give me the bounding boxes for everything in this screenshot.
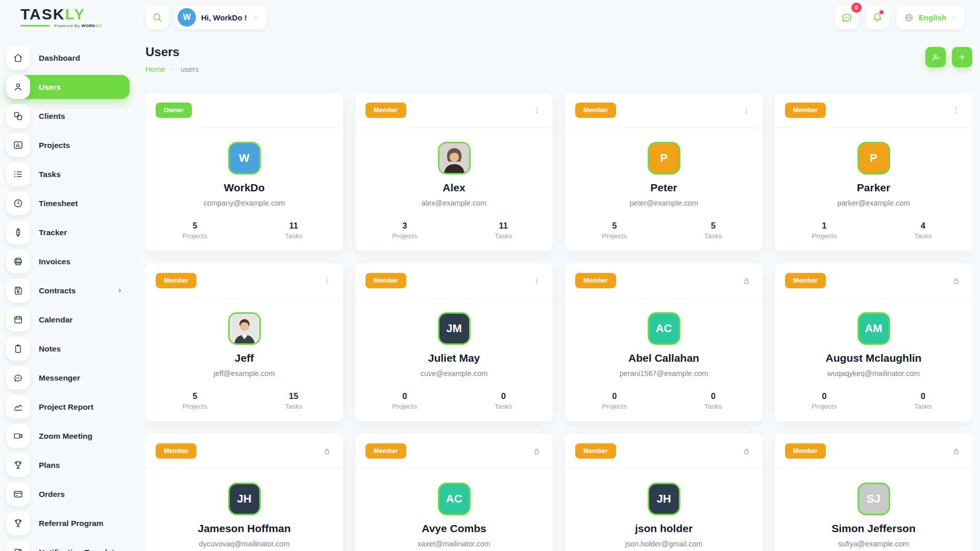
user-email: wuqaqykeq@mailinator.com bbox=[775, 369, 972, 378]
user-card-juliet-may: Member JM Juliet May cuve@example.com 0 … bbox=[355, 263, 553, 421]
app-logo[interactable]: TASKLY Powered By WORKDO bbox=[20, 7, 145, 28]
sidebar-item-calendar[interactable]: Calendar bbox=[6, 308, 130, 332]
role-badge[interactable]: Owner bbox=[156, 103, 192, 118]
projects-count: 0 bbox=[355, 391, 454, 401]
manage-roles-button[interactable] bbox=[925, 47, 946, 67]
lock-icon bbox=[321, 445, 333, 457]
tasks-label: Tasks bbox=[244, 232, 344, 240]
projects-count: 5 bbox=[565, 221, 664, 231]
sidebar-item-orders[interactable]: Orders bbox=[6, 482, 130, 506]
card-menu-button[interactable] bbox=[530, 274, 543, 287]
messages-icon bbox=[841, 11, 853, 23]
add-user-button[interactable] bbox=[952, 47, 972, 67]
role-badge[interactable]: Member bbox=[365, 443, 406, 459]
tasks-count: 11 bbox=[454, 221, 553, 231]
user-name: json holder bbox=[565, 522, 763, 535]
avatar: AC bbox=[438, 483, 471, 515]
sidebar-item-invoices[interactable]: Invoices bbox=[6, 249, 130, 273]
language-label: English bbox=[919, 13, 946, 22]
projects-label: Projects bbox=[145, 403, 244, 410]
tasks-count: 11 bbox=[244, 221, 344, 231]
notification-dot bbox=[879, 10, 884, 14]
tasks-count: 4 bbox=[874, 221, 973, 231]
card-menu-button[interactable] bbox=[530, 104, 543, 116]
sidebar-item-tracker[interactable]: Tracker bbox=[6, 220, 130, 244]
projects-count: 1 bbox=[775, 221, 874, 231]
projects-count: 5 bbox=[145, 221, 244, 231]
sidebar-item-clients[interactable]: Clients bbox=[6, 104, 130, 128]
card-menu-button[interactable] bbox=[740, 104, 752, 116]
avatar: P bbox=[857, 142, 890, 174]
search-icon bbox=[152, 12, 163, 23]
sidebar-item-users[interactable]: Users bbox=[6, 75, 130, 99]
sidebar-item-projects[interactable]: Projects bbox=[6, 133, 130, 157]
role-badge[interactable]: Member bbox=[785, 443, 826, 459]
sidebar-item-messenger[interactable]: Messenger bbox=[6, 366, 130, 390]
role-badge[interactable]: Member bbox=[156, 443, 197, 459]
card-icon bbox=[6, 482, 30, 506]
avatar: SJ bbox=[857, 483, 890, 515]
sidebar-item-plans[interactable]: Plans bbox=[6, 453, 130, 477]
role-badge[interactable]: Member bbox=[785, 103, 826, 118]
user-email: peter@example.com bbox=[565, 199, 763, 207]
role-badge[interactable]: Member bbox=[785, 273, 826, 288]
avatar: W bbox=[228, 142, 261, 174]
user-card-json-holder: Member JH json holder json.holder@gmail.… bbox=[565, 434, 763, 551]
breadcrumb-chevron-icon bbox=[170, 66, 176, 72]
projects-label: Projects bbox=[355, 232, 454, 240]
topbar: TASKLY Powered By WORKDO W Hi, WorkDo ! … bbox=[0, 0, 980, 31]
clients-icon bbox=[6, 104, 30, 128]
role-badge[interactable]: Member bbox=[575, 443, 616, 459]
chevron-down-icon bbox=[252, 14, 259, 21]
sidebar-item-timesheet[interactable]: Timesheet bbox=[6, 191, 130, 215]
user-check-icon bbox=[930, 52, 941, 63]
sidebar-item-zoom-meeting[interactable]: Zoom Meeting bbox=[6, 424, 130, 448]
page-title: Users bbox=[145, 45, 199, 59]
users-grid: Owner W WorkDo company@example.com 5 Pro… bbox=[145, 93, 972, 551]
role-badge[interactable]: Member bbox=[365, 273, 406, 288]
projects-count: 0 bbox=[565, 391, 664, 401]
clipboard-icon bbox=[6, 337, 30, 361]
avatar: JM bbox=[438, 312, 471, 345]
notifications-button[interactable] bbox=[866, 6, 889, 29]
sidebar-item-project-report[interactable]: Project Report bbox=[6, 395, 130, 419]
lock-icon bbox=[740, 445, 752, 457]
user-email: json.holder@gmail.com bbox=[565, 540, 763, 548]
breadcrumb-current: users bbox=[181, 65, 199, 73]
tasks-label: Tasks bbox=[454, 232, 553, 240]
profile-avatar: W bbox=[178, 8, 196, 27]
page-head-left: Users Home users bbox=[145, 45, 199, 73]
user-icon bbox=[6, 75, 30, 99]
role-badge[interactable]: Member bbox=[575, 103, 616, 118]
sidebar-item-referral-program[interactable]: Referral Program bbox=[6, 511, 130, 535]
role-badge[interactable]: Member bbox=[156, 273, 197, 288]
sidebar-item-dashboard[interactable]: Dashboard bbox=[6, 46, 130, 70]
sidebar-item-tasks[interactable]: Tasks bbox=[6, 162, 130, 186]
card-menu-button[interactable] bbox=[321, 274, 333, 287]
language-selector[interactable]: English bbox=[896, 6, 965, 29]
search-button[interactable] bbox=[145, 6, 169, 29]
avatar-photo bbox=[228, 312, 261, 345]
user-card-avye-combs: Member AC Avye Combs xaxet@mailinator.co… bbox=[355, 434, 553, 551]
user-name: Abel Callahan bbox=[565, 352, 763, 364]
sidebar-item-notes[interactable]: Notes bbox=[6, 337, 130, 361]
logo-underline bbox=[20, 25, 50, 27]
topbar-right-group: 0 English bbox=[835, 6, 965, 29]
projects-label: Projects bbox=[775, 403, 874, 410]
main-content: Users Home users Owner bbox=[145, 30, 972, 551]
breadcrumb-home-link[interactable]: Home bbox=[145, 65, 165, 73]
tasks-label: Tasks bbox=[664, 403, 763, 410]
breadcrumb: Home users bbox=[145, 65, 199, 73]
sidebar: Dashboard Users Clients Projects Tasks T… bbox=[6, 46, 134, 551]
card-menu-button[interactable] bbox=[950, 104, 962, 116]
projects-label: Projects bbox=[145, 232, 244, 240]
sidebar-item-notification-template[interactable]: Notification Template bbox=[6, 540, 130, 551]
save-icon bbox=[6, 279, 30, 303]
role-badge[interactable]: Member bbox=[575, 273, 616, 288]
profile-menu-button[interactable]: W Hi, WorkDo ! bbox=[175, 6, 266, 29]
role-badge[interactable]: Member bbox=[365, 103, 406, 118]
messages-button[interactable]: 0 bbox=[835, 6, 859, 29]
sidebar-item-contracts[interactable]: Contracts bbox=[6, 279, 130, 303]
tasks-count: 15 bbox=[244, 391, 344, 401]
avatar: P bbox=[648, 142, 680, 174]
